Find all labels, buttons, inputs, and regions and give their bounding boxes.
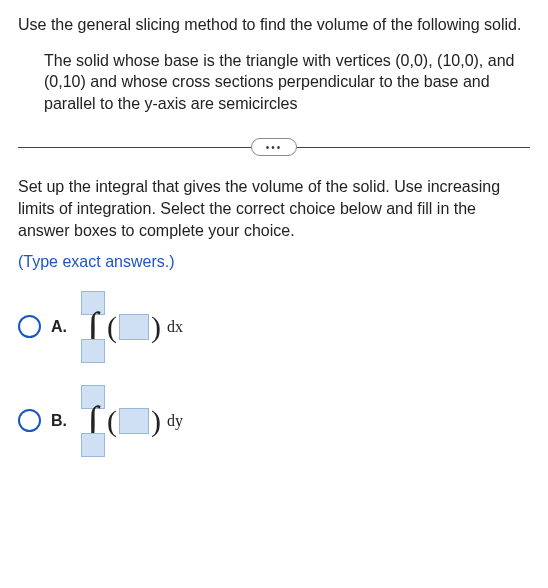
radio-a[interactable] (18, 315, 41, 338)
lower-limit-b-input[interactable] (81, 433, 105, 457)
integral-sign-icon: ∫ (88, 410, 99, 432)
paren-close: ) (151, 406, 161, 436)
expand-button[interactable]: ••• (251, 138, 297, 156)
solid-description: The solid whose base is the triangle wit… (18, 50, 530, 115)
choice-a-row: A. ∫ ( ) dx (18, 291, 530, 363)
lower-limit-a-input[interactable] (81, 339, 105, 363)
limits-b: ∫ (81, 385, 105, 457)
paren-open: ( (107, 406, 117, 436)
integral-b: ∫ ( ) dy (81, 385, 183, 457)
differential-b: dy (167, 410, 183, 432)
choice-b-letter: B. (51, 410, 67, 432)
paren-close: ) (151, 312, 161, 342)
hint-text: (Type exact answers.) (18, 251, 530, 273)
instructions-text: Set up the integral that gives the volum… (18, 176, 530, 241)
section-divider: ••• (18, 136, 530, 158)
integrand-b-input[interactable] (119, 408, 149, 434)
radio-b[interactable] (18, 409, 41, 432)
integral-sign-icon: ∫ (88, 316, 99, 338)
choice-a-letter: A. (51, 316, 67, 338)
question-intro: Use the general slicing method to find t… (18, 14, 530, 36)
paren-open: ( (107, 312, 117, 342)
integral-a: ∫ ( ) dx (81, 291, 183, 363)
limits-a: ∫ (81, 291, 105, 363)
differential-a: dx (167, 316, 183, 338)
choice-b-row: B. ∫ ( ) dy (18, 385, 530, 457)
integrand-a-input[interactable] (119, 314, 149, 340)
